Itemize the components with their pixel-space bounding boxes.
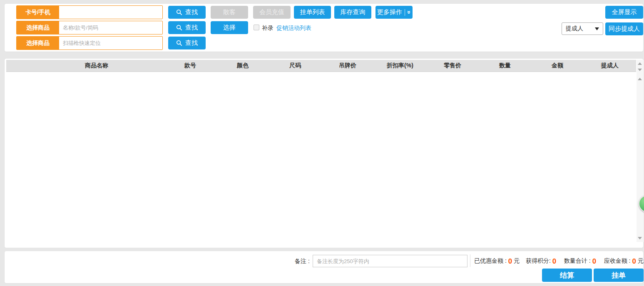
supplement-entry-label: 补录	[262, 25, 274, 32]
member-recharge-button: 会员充值	[253, 6, 291, 19]
column-header-style-no: 款号	[164, 62, 216, 69]
column-header-retail-price: 零售价	[426, 62, 479, 69]
earned-points-label: 获得积分:	[526, 257, 551, 265]
more-actions-button[interactable]: 更多操作 »	[375, 6, 413, 19]
sync-commission-button[interactable]: 同步提成人	[605, 22, 643, 35]
product-search-label: 选择商品	[17, 21, 59, 34]
pos-sales-screen: 卡号/手机 查找 散客 会员充值 挂单列表 库存查询 更多操作 » 全屏	[0, 0, 644, 286]
more-actions-label: 更多操作	[377, 8, 402, 16]
commission-person-value: 提成人	[566, 25, 583, 32]
sync-commission-label: 同步提成人	[609, 25, 640, 33]
column-header-tag-price: 吊牌价	[321, 62, 374, 69]
earned-points-value: 0	[552, 258, 556, 265]
find-product-label: 查找	[185, 24, 198, 32]
commission-person-select[interactable]: 提成人	[562, 22, 603, 35]
barcode-scan-label: 选择商品	[17, 37, 59, 49]
search-icon	[176, 9, 182, 15]
body-scroll-down-icon[interactable]	[638, 237, 642, 239]
product-search-input[interactable]	[59, 21, 162, 34]
barcode-scan-input[interactable]	[59, 37, 162, 49]
totals-bar: 已优惠金额 : 0 元 获得积分: 0 数量合计 : 0 应收金额 : 0 元	[474, 256, 644, 266]
column-header-amount: 金额	[531, 62, 584, 69]
column-header-commission-person: 提成人	[584, 62, 636, 69]
discounted-amount-stat: 已优惠金额 : 0 元	[474, 257, 520, 265]
stats-divider	[470, 254, 470, 267]
find-barcode-button[interactable]: 查找	[168, 37, 206, 49]
hold-order-button[interactable]: 挂单	[594, 269, 644, 282]
remark-label: 备注 :	[295, 258, 310, 265]
walk-in-customer-label: 散客	[223, 8, 236, 16]
hold-order-list-label: 挂单列表	[300, 8, 325, 16]
table-vertical-scrollbar[interactable]	[637, 60, 644, 242]
stock-query-button[interactable]: 库存查询	[334, 6, 371, 19]
caret-down-icon	[595, 27, 599, 30]
hold-order-label: 挂单	[612, 271, 626, 280]
settle-label: 结算	[560, 271, 574, 280]
hold-order-list-button[interactable]: 挂单列表	[294, 6, 331, 19]
find-member-label: 查找	[185, 8, 198, 16]
column-header-product-name: 商品名称	[6, 62, 164, 69]
find-member-button[interactable]: 查找	[168, 6, 206, 19]
find-product-button[interactable]: 查找	[168, 21, 206, 34]
settle-button[interactable]: 结算	[542, 269, 592, 282]
discounted-amount-unit: 元	[514, 257, 520, 265]
total-quantity-value: 0	[592, 258, 596, 265]
cart-table-body-empty	[6, 72, 636, 247]
stock-query-label: 库存查询	[341, 8, 366, 16]
column-header-quantity: 数量	[479, 62, 531, 69]
search-icon	[176, 25, 182, 31]
receivable-amount-stat: 应收金额 : 0 元	[604, 257, 644, 265]
fullscreen-label: 全屏显示	[612, 8, 637, 16]
body-scroll-up-icon[interactable]	[638, 78, 642, 80]
product-search-field-group: 选择商品	[16, 21, 163, 35]
cart-items-panel: 商品名称 款号 颜色 尺码 吊牌价 折扣率(%) 零售价 数量 金额 提成人	[4, 58, 644, 248]
card-phone-field-group: 卡号/手机	[16, 5, 163, 19]
column-header-discount-rate: 折扣率(%)	[374, 62, 426, 69]
fullscreen-button[interactable]: 全屏显示	[605, 6, 643, 19]
header-scroll-down-icon[interactable]	[638, 69, 642, 71]
column-header-color: 颜色	[216, 62, 269, 69]
discounted-amount-label: 已优惠金额 :	[474, 257, 507, 265]
barcode-scan-field-group: 选择商品	[16, 36, 163, 50]
header-scroll-up-icon[interactable]	[638, 62, 642, 65]
card-phone-label: 卡号/手机	[17, 6, 59, 19]
total-quantity-stat: 数量合计 : 0	[564, 257, 598, 265]
supplement-entry-checkbox[interactable]	[254, 25, 259, 30]
cart-table-header: 商品名称 款号 颜色 尺码 吊牌价 折扣率(%) 零售价 数量 金额 提成人	[6, 60, 636, 72]
checkout-panel: 备注 : 已优惠金额 : 0 元 获得积分: 0 数量合计 : 0 应收金额 :…	[4, 251, 644, 284]
column-header-size: 尺码	[269, 62, 321, 69]
receivable-amount-unit: 元	[638, 257, 644, 265]
promo-activity-list-link[interactable]: 促销活动列表	[276, 25, 311, 32]
remark-input[interactable]	[313, 255, 467, 267]
earned-points-stat: 获得积分: 0	[526, 257, 558, 265]
search-icon	[176, 40, 182, 46]
find-barcode-label: 查找	[185, 39, 198, 47]
card-phone-input[interactable]	[59, 6, 162, 19]
receivable-amount-value: 0	[632, 258, 636, 265]
chevron-double-down-icon: »	[406, 10, 413, 14]
total-quantity-label: 数量合计 :	[564, 257, 591, 265]
button-divider	[405, 9, 405, 16]
walk-in-customer-button: 散客	[211, 6, 248, 19]
select-product-label: 选择	[223, 24, 236, 32]
receivable-amount-label: 应收金额 :	[604, 257, 631, 265]
discounted-amount-value: 0	[508, 258, 512, 265]
search-toolbar-panel: 卡号/手机 查找 散客 会员充值 挂单列表 库存查询 更多操作 » 全屏	[4, 3, 644, 52]
member-recharge-label: 会员充值	[259, 8, 284, 16]
select-product-button[interactable]: 选择	[211, 21, 248, 34]
